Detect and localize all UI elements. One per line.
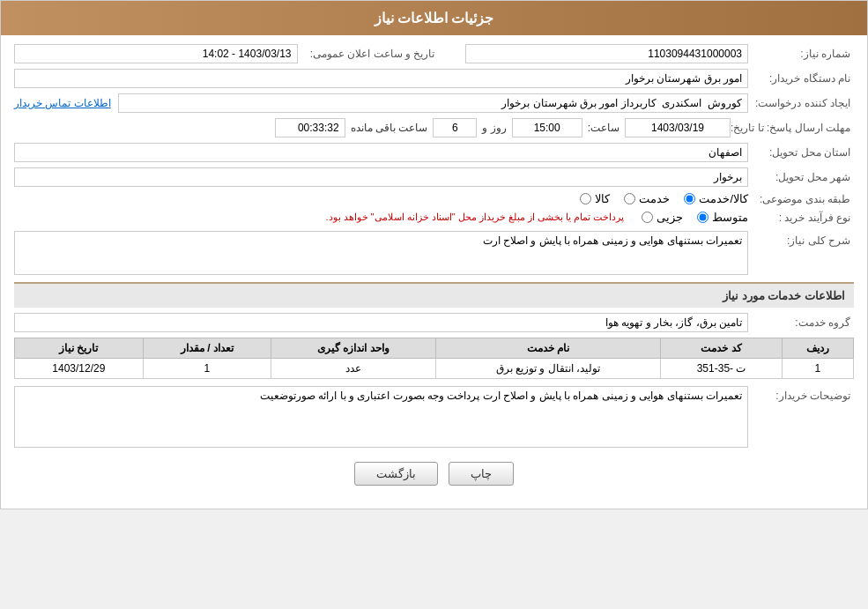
button-row: چاپ بازگشت [14, 462, 854, 486]
deadline-days-input[interactable] [433, 118, 477, 137]
deadline-days-label: روز و [482, 122, 506, 134]
category-label: طبقه بندی موضوعی: [748, 193, 854, 205]
service-group-input[interactable] [14, 313, 748, 332]
creator-input[interactable] [118, 93, 748, 113]
process-option-partial[interactable]: جزیی [642, 211, 683, 224]
process-note: پرداخت تمام یا بخشی از مبلغ خریداز محل "… [325, 212, 624, 223]
deadline-time-input[interactable] [512, 118, 582, 137]
buyer-station-input[interactable] [14, 69, 748, 88]
city-row: شهر محل تحویل: [14, 167, 854, 187]
process-label: نوع فرآیند خرید : [748, 212, 854, 224]
buyer-station-row: نام دستگاه خریدار: [14, 69, 854, 88]
public-announce-label: تاریخ و ساعت اعلان عمومی: [298, 48, 439, 60]
public-announce-field [14, 44, 298, 63]
province-input[interactable] [14, 143, 748, 162]
process-option-medium[interactable]: متوسط [697, 211, 748, 224]
general-desc-textarea[interactable]: تعمیرات بستنهای هوایی و زمینی همراه با پ… [14, 231, 748, 275]
category-row: طبقه بندی موضوعی: کالا خدمت کالا/خدمت [14, 192, 854, 205]
creator-row: ایجاد کننده درخواست: اطلاعات تماس خریدار [14, 93, 854, 113]
request-number-field [465, 44, 749, 63]
back-button[interactable]: بازگشت [354, 462, 438, 486]
general-desc-label: شرح کلی نیاز: [748, 234, 854, 247]
general-desc-row: شرح کلی نیاز: تعمیرات بستنهای هوایی و زم… [14, 231, 854, 275]
buyer-notes-row: توضیحات خریدار: تعمیرات بستنهای هوایی و … [14, 386, 854, 448]
services-table-section: ردیف کد خدمت نام خدمت واحد اندازه گیری ت… [14, 338, 854, 379]
province-label: استان محل تحویل: [748, 146, 854, 159]
service-group-label: گروه خدمت: [748, 316, 854, 329]
category-service-label: خدمت [639, 192, 670, 205]
services-table: ردیف کد خدمت نام خدمت واحد اندازه گیری ت… [14, 338, 854, 379]
cell-name: تولید، انتقال و توزیع برق [435, 359, 661, 379]
services-section-header: اطلاعات خدمات مورد نیاز [14, 282, 854, 308]
contact-link[interactable]: اطلاعات تماس خریدار [14, 97, 111, 109]
process-field: جزیی متوسط پرداخت تمام یا بخشی از مبلغ خ… [14, 211, 748, 224]
col-header-code: کد خدمت [661, 338, 782, 359]
deadline-fields: ساعت: روز و ساعت باقی مانده [14, 118, 731, 137]
process-medium-radio[interactable] [697, 212, 708, 223]
category-option-both[interactable]: کالا/خدمت [684, 192, 748, 205]
cell-code: ت -35-351 [661, 359, 782, 379]
category-radio-group: کالا خدمت کالا/خدمت [580, 192, 748, 205]
category-both-radio[interactable] [684, 193, 695, 204]
service-group-row: گروه خدمت: [14, 313, 854, 332]
category-goods-radio[interactable] [580, 193, 591, 204]
province-row: استان محل تحویل: [14, 143, 854, 162]
print-button[interactable]: چاپ [449, 462, 514, 486]
public-announce-input[interactable] [14, 44, 298, 63]
buyer-station-label: نام دستگاه خریدار: [748, 72, 854, 85]
request-number-input[interactable] [465, 44, 749, 63]
cell-date: 1403/12/29 [15, 359, 144, 379]
buyer-notes-label: توضیحات خریدار: [748, 390, 854, 402]
cell-qty: 1 [143, 359, 271, 379]
process-row: نوع فرآیند خرید : جزیی متوسط پرداخت تمام… [14, 211, 854, 224]
buyer-notes-field: تعمیرات بستنهای هوایی و زمینی همراه با پ… [14, 386, 748, 448]
request-number-row: شماره نیاز: تاریخ و ساعت اعلان عمومی: [14, 44, 854, 63]
general-desc-field: تعمیرات بستنهای هوایی و زمینی همراه با پ… [14, 231, 748, 275]
col-header-rownum: ردیف [782, 338, 853, 359]
service-group-field [14, 313, 748, 332]
deadline-remain-input[interactable] [275, 118, 345, 137]
province-field [14, 143, 748, 162]
category-goods-label: کالا [595, 192, 610, 205]
col-header-name: نام خدمت [435, 338, 661, 359]
request-number-label: شماره نیاز: [748, 48, 854, 60]
process-medium-label: متوسط [712, 211, 748, 224]
city-input[interactable] [14, 167, 748, 187]
buyer-station-field [14, 69, 748, 88]
col-header-date: تاریخ نیاز [15, 338, 144, 359]
category-both-label: کالا/خدمت [699, 192, 748, 205]
category-option-service[interactable]: خدمت [624, 192, 670, 205]
deadline-row: مهلت ارسال پاسخ: تا تاریخ: ساعت: روز و س… [14, 118, 854, 137]
services-section-label: اطلاعات خدمات مورد نیاز [723, 289, 845, 302]
city-field [14, 167, 748, 187]
process-partial-radio[interactable] [642, 212, 653, 223]
creator-field [118, 93, 748, 113]
category-option-goods[interactable]: کالا [580, 192, 610, 205]
page-header: جزئیات اطلاعات نیاز [1, 1, 867, 35]
col-header-qty: تعداد / مقدار [143, 338, 271, 359]
buyer-notes-textarea[interactable]: تعمیرات بستنهای هوایی و زمینی همراه با پ… [14, 386, 748, 448]
city-label: شهر محل تحویل: [748, 171, 854, 183]
col-header-unit: واحد اندازه گیری [271, 338, 435, 359]
deadline-time-label: ساعت: [588, 122, 619, 134]
deadline-date-input[interactable] [625, 118, 731, 137]
table-row: 1 ت -35-351 تولید، انتقال و توزیع برق عد… [15, 359, 854, 379]
deadline-label: مهلت ارسال پاسخ: تا تاریخ: [731, 122, 854, 134]
page-wrapper: جزئیات اطلاعات نیاز شماره نیاز: تاریخ و … [0, 0, 868, 509]
process-radio-group: جزیی متوسط [642, 211, 748, 224]
page-title: جزئیات اطلاعات نیاز [375, 11, 494, 26]
category-service-radio[interactable] [624, 193, 635, 204]
deadline-remain-label: ساعت باقی مانده [351, 122, 428, 134]
process-partial-label: جزیی [657, 211, 683, 224]
category-field: کالا خدمت کالا/خدمت [14, 192, 748, 205]
content-area: شماره نیاز: تاریخ و ساعت اعلان عمومی: نا… [1, 35, 867, 509]
creator-label: ایجاد کننده درخواست: [748, 97, 854, 109]
cell-rownum: 1 [782, 359, 853, 379]
cell-unit: عدد [271, 359, 435, 379]
